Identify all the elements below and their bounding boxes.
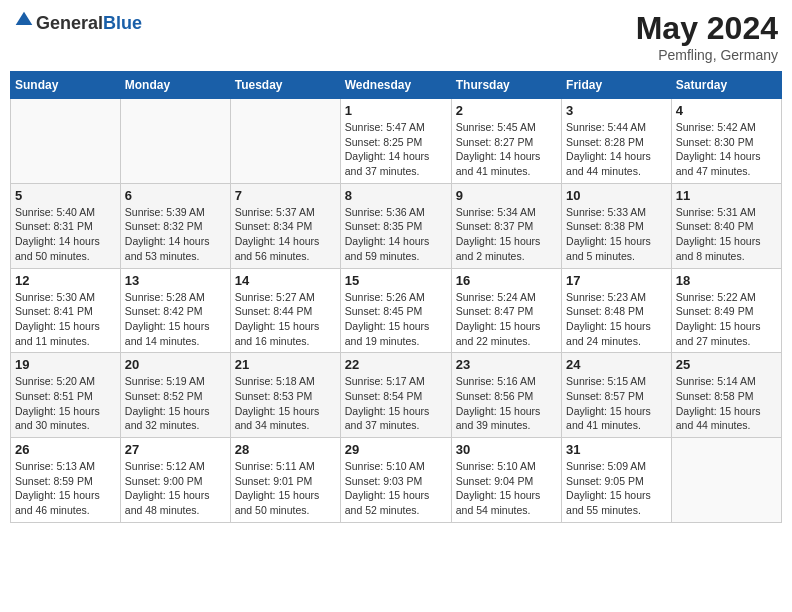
logo-text: GeneralBlue bbox=[36, 14, 142, 32]
day-number: 10 bbox=[566, 188, 667, 203]
day-number: 16 bbox=[456, 273, 557, 288]
cell-info: Sunrise: 5:16 AMSunset: 8:56 PMDaylight:… bbox=[456, 374, 557, 433]
cell-info: Sunrise: 5:14 AMSunset: 8:58 PMDaylight:… bbox=[676, 374, 777, 433]
day-number: 28 bbox=[235, 442, 336, 457]
cell-info: Sunrise: 5:22 AMSunset: 8:49 PMDaylight:… bbox=[676, 290, 777, 349]
calendar-week-row: 12Sunrise: 5:30 AMSunset: 8:41 PMDayligh… bbox=[11, 268, 782, 353]
cell-info: Sunrise: 5:42 AMSunset: 8:30 PMDaylight:… bbox=[676, 120, 777, 179]
day-number: 5 bbox=[15, 188, 116, 203]
calendar-cell: 30Sunrise: 5:10 AMSunset: 9:04 PMDayligh… bbox=[451, 438, 561, 523]
day-number: 6 bbox=[125, 188, 226, 203]
cell-info: Sunrise: 5:28 AMSunset: 8:42 PMDaylight:… bbox=[125, 290, 226, 349]
calendar-week-row: 1Sunrise: 5:47 AMSunset: 8:25 PMDaylight… bbox=[11, 99, 782, 184]
col-header-tuesday: Tuesday bbox=[230, 72, 340, 99]
calendar-cell: 2Sunrise: 5:45 AMSunset: 8:27 PMDaylight… bbox=[451, 99, 561, 184]
cell-info: Sunrise: 5:19 AMSunset: 8:52 PMDaylight:… bbox=[125, 374, 226, 433]
day-number: 18 bbox=[676, 273, 777, 288]
cell-info: Sunrise: 5:31 AMSunset: 8:40 PMDaylight:… bbox=[676, 205, 777, 264]
cell-info: Sunrise: 5:36 AMSunset: 8:35 PMDaylight:… bbox=[345, 205, 447, 264]
calendar-cell bbox=[230, 99, 340, 184]
calendar-cell: 28Sunrise: 5:11 AMSunset: 9:01 PMDayligh… bbox=[230, 438, 340, 523]
calendar-cell: 26Sunrise: 5:13 AMSunset: 8:59 PMDayligh… bbox=[11, 438, 121, 523]
day-number: 12 bbox=[15, 273, 116, 288]
calendar-cell: 5Sunrise: 5:40 AMSunset: 8:31 PMDaylight… bbox=[11, 183, 121, 268]
calendar-cell: 13Sunrise: 5:28 AMSunset: 8:42 PMDayligh… bbox=[120, 268, 230, 353]
calendar-cell bbox=[11, 99, 121, 184]
logo-icon bbox=[14, 10, 34, 30]
col-header-saturday: Saturday bbox=[671, 72, 781, 99]
calendar-header-row: SundayMondayTuesdayWednesdayThursdayFrid… bbox=[11, 72, 782, 99]
calendar-cell: 15Sunrise: 5:26 AMSunset: 8:45 PMDayligh… bbox=[340, 268, 451, 353]
calendar-table: SundayMondayTuesdayWednesdayThursdayFrid… bbox=[10, 71, 782, 523]
cell-info: Sunrise: 5:39 AMSunset: 8:32 PMDaylight:… bbox=[125, 205, 226, 264]
calendar-cell: 11Sunrise: 5:31 AMSunset: 8:40 PMDayligh… bbox=[671, 183, 781, 268]
cell-info: Sunrise: 5:12 AMSunset: 9:00 PMDaylight:… bbox=[125, 459, 226, 518]
calendar-cell: 10Sunrise: 5:33 AMSunset: 8:38 PMDayligh… bbox=[562, 183, 672, 268]
day-number: 3 bbox=[566, 103, 667, 118]
cell-info: Sunrise: 5:23 AMSunset: 8:48 PMDaylight:… bbox=[566, 290, 667, 349]
day-number: 20 bbox=[125, 357, 226, 372]
day-number: 25 bbox=[676, 357, 777, 372]
calendar-cell: 12Sunrise: 5:30 AMSunset: 8:41 PMDayligh… bbox=[11, 268, 121, 353]
cell-info: Sunrise: 5:30 AMSunset: 8:41 PMDaylight:… bbox=[15, 290, 116, 349]
calendar-cell bbox=[671, 438, 781, 523]
cell-info: Sunrise: 5:10 AMSunset: 9:03 PMDaylight:… bbox=[345, 459, 447, 518]
cell-info: Sunrise: 5:37 AMSunset: 8:34 PMDaylight:… bbox=[235, 205, 336, 264]
calendar-cell: 31Sunrise: 5:09 AMSunset: 9:05 PMDayligh… bbox=[562, 438, 672, 523]
day-number: 13 bbox=[125, 273, 226, 288]
cell-info: Sunrise: 5:20 AMSunset: 8:51 PMDaylight:… bbox=[15, 374, 116, 433]
cell-info: Sunrise: 5:33 AMSunset: 8:38 PMDaylight:… bbox=[566, 205, 667, 264]
calendar-cell: 14Sunrise: 5:27 AMSunset: 8:44 PMDayligh… bbox=[230, 268, 340, 353]
calendar-cell: 23Sunrise: 5:16 AMSunset: 8:56 PMDayligh… bbox=[451, 353, 561, 438]
calendar-week-row: 19Sunrise: 5:20 AMSunset: 8:51 PMDayligh… bbox=[11, 353, 782, 438]
day-number: 22 bbox=[345, 357, 447, 372]
day-number: 23 bbox=[456, 357, 557, 372]
calendar-cell: 6Sunrise: 5:39 AMSunset: 8:32 PMDaylight… bbox=[120, 183, 230, 268]
calendar-cell: 29Sunrise: 5:10 AMSunset: 9:03 PMDayligh… bbox=[340, 438, 451, 523]
day-number: 19 bbox=[15, 357, 116, 372]
calendar-cell: 7Sunrise: 5:37 AMSunset: 8:34 PMDaylight… bbox=[230, 183, 340, 268]
col-header-sunday: Sunday bbox=[11, 72, 121, 99]
calendar-cell: 22Sunrise: 5:17 AMSunset: 8:54 PMDayligh… bbox=[340, 353, 451, 438]
day-number: 26 bbox=[15, 442, 116, 457]
day-number: 2 bbox=[456, 103, 557, 118]
day-number: 1 bbox=[345, 103, 447, 118]
svg-marker-0 bbox=[16, 12, 33, 25]
logo: GeneralBlue bbox=[14, 10, 142, 36]
col-header-wednesday: Wednesday bbox=[340, 72, 451, 99]
day-number: 30 bbox=[456, 442, 557, 457]
day-number: 9 bbox=[456, 188, 557, 203]
col-header-thursday: Thursday bbox=[451, 72, 561, 99]
calendar-cell: 25Sunrise: 5:14 AMSunset: 8:58 PMDayligh… bbox=[671, 353, 781, 438]
day-number: 8 bbox=[345, 188, 447, 203]
cell-info: Sunrise: 5:24 AMSunset: 8:47 PMDaylight:… bbox=[456, 290, 557, 349]
logo-blue: Blue bbox=[103, 13, 142, 33]
calendar-cell: 19Sunrise: 5:20 AMSunset: 8:51 PMDayligh… bbox=[11, 353, 121, 438]
day-number: 11 bbox=[676, 188, 777, 203]
title-block: May 2024 Pemfling, Germany bbox=[636, 10, 778, 63]
day-number: 15 bbox=[345, 273, 447, 288]
col-header-monday: Monday bbox=[120, 72, 230, 99]
calendar-cell: 17Sunrise: 5:23 AMSunset: 8:48 PMDayligh… bbox=[562, 268, 672, 353]
cell-info: Sunrise: 5:45 AMSunset: 8:27 PMDaylight:… bbox=[456, 120, 557, 179]
cell-info: Sunrise: 5:09 AMSunset: 9:05 PMDaylight:… bbox=[566, 459, 667, 518]
day-number: 4 bbox=[676, 103, 777, 118]
cell-info: Sunrise: 5:40 AMSunset: 8:31 PMDaylight:… bbox=[15, 205, 116, 264]
calendar-week-row: 26Sunrise: 5:13 AMSunset: 8:59 PMDayligh… bbox=[11, 438, 782, 523]
calendar-cell: 8Sunrise: 5:36 AMSunset: 8:35 PMDaylight… bbox=[340, 183, 451, 268]
cell-info: Sunrise: 5:15 AMSunset: 8:57 PMDaylight:… bbox=[566, 374, 667, 433]
day-number: 24 bbox=[566, 357, 667, 372]
day-number: 14 bbox=[235, 273, 336, 288]
calendar-week-row: 5Sunrise: 5:40 AMSunset: 8:31 PMDaylight… bbox=[11, 183, 782, 268]
calendar-cell: 27Sunrise: 5:12 AMSunset: 9:00 PMDayligh… bbox=[120, 438, 230, 523]
cell-info: Sunrise: 5:27 AMSunset: 8:44 PMDaylight:… bbox=[235, 290, 336, 349]
page-header: GeneralBlue May 2024 Pemfling, Germany bbox=[10, 10, 782, 63]
day-number: 17 bbox=[566, 273, 667, 288]
calendar-cell: 4Sunrise: 5:42 AMSunset: 8:30 PMDaylight… bbox=[671, 99, 781, 184]
calendar-cell bbox=[120, 99, 230, 184]
cell-info: Sunrise: 5:34 AMSunset: 8:37 PMDaylight:… bbox=[456, 205, 557, 264]
calendar-cell: 24Sunrise: 5:15 AMSunset: 8:57 PMDayligh… bbox=[562, 353, 672, 438]
cell-info: Sunrise: 5:13 AMSunset: 8:59 PMDaylight:… bbox=[15, 459, 116, 518]
calendar-cell: 20Sunrise: 5:19 AMSunset: 8:52 PMDayligh… bbox=[120, 353, 230, 438]
day-number: 7 bbox=[235, 188, 336, 203]
